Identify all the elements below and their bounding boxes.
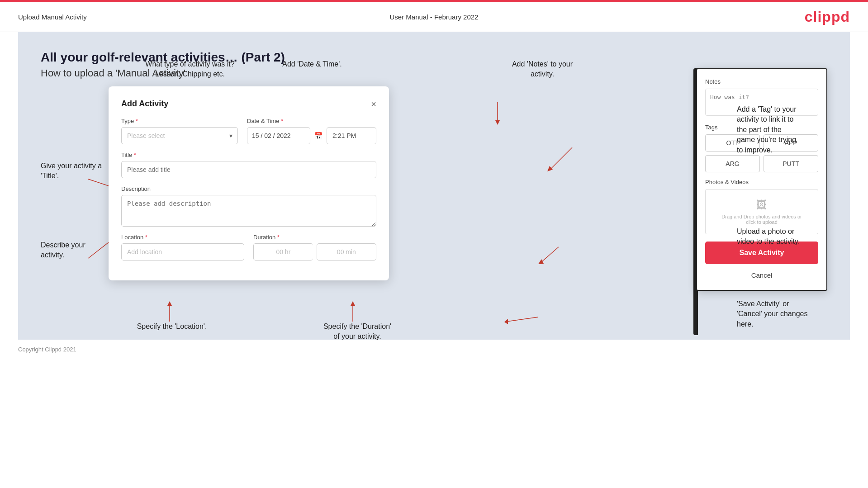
annotation-save-cancel: 'Save Activity' or 'Cancel' your changes… bbox=[737, 299, 836, 329]
annotation-tag: Add a 'Tag' to your activity to link it … bbox=[737, 104, 836, 155]
time-input[interactable] bbox=[327, 127, 376, 144]
panel-inner: Notes Tags OTT APP ARG PUTT Photos & Vid… bbox=[697, 69, 826, 290]
description-group: Description bbox=[121, 185, 376, 227]
svg-marker-9 bbox=[167, 301, 172, 306]
form-row-location-duration: Location * Duration * bbox=[121, 234, 376, 261]
annotation-duration: Specify the 'Duration' of your activity. bbox=[299, 322, 416, 342]
annotation-upload: Upload a photo or video to the activity. bbox=[737, 227, 836, 247]
description-label: Description bbox=[121, 185, 376, 192]
svg-marker-17 bbox=[538, 259, 544, 264]
header: Upload Manual Activity User Manual - Feb… bbox=[0, 2, 868, 32]
svg-line-16 bbox=[541, 247, 559, 263]
description-textarea[interactable] bbox=[121, 195, 376, 227]
title-group: Title * bbox=[121, 152, 376, 178]
main-content: All your golf-relevant activities… (Part… bbox=[18, 32, 850, 340]
type-select-wrapper: Please select ▾ bbox=[121, 127, 238, 144]
copyright: Copyright Clippd 2021 bbox=[18, 346, 76, 353]
svg-line-14 bbox=[550, 147, 572, 170]
location-label: Location * bbox=[121, 234, 244, 241]
notes-label: Notes bbox=[705, 78, 818, 85]
annotation-notes: Add 'Notes' to your activity. bbox=[497, 59, 588, 80]
tag-arg[interactable]: ARG bbox=[705, 155, 760, 172]
manual-title: User Manual - February 2022 bbox=[390, 13, 479, 21]
type-label: Type * bbox=[121, 118, 238, 124]
date-time-inputs: 📅 bbox=[247, 127, 376, 144]
add-activity-dialog: Add Activity × Type * Please select ▾ Da… bbox=[109, 86, 389, 280]
title-label: Title * bbox=[121, 152, 376, 158]
close-button[interactable]: × bbox=[371, 99, 376, 109]
duration-min-input[interactable] bbox=[317, 243, 376, 261]
upload-text: Drag and Drop photos and videos or click… bbox=[710, 214, 813, 225]
footer: Copyright Clippd 2021 bbox=[0, 340, 868, 359]
photos-label: Photos & Videos bbox=[705, 179, 818, 185]
location-group: Location * bbox=[121, 234, 244, 261]
datetime-label: Date & Time * bbox=[247, 118, 376, 124]
dialog-header: Add Activity × bbox=[121, 99, 376, 109]
logo: clippd bbox=[805, 9, 850, 25]
type-group: Type * Please select ▾ bbox=[121, 118, 238, 144]
date-input[interactable] bbox=[247, 127, 310, 144]
svg-line-18 bbox=[507, 317, 538, 322]
type-select[interactable]: Please select bbox=[121, 127, 238, 144]
duration-hr-input[interactable] bbox=[253, 243, 313, 261]
title-input[interactable] bbox=[121, 161, 376, 178]
annotation-describe: Describe your activity. bbox=[41, 240, 113, 261]
cancel-button[interactable]: Cancel bbox=[705, 270, 818, 281]
form-row-type-datetime: Type * Please select ▾ Date & Time * 📅 bbox=[121, 118, 376, 144]
svg-marker-13 bbox=[495, 120, 500, 125]
duration-group: Duration * bbox=[253, 234, 376, 261]
tag-putt[interactable]: PUTT bbox=[764, 155, 818, 172]
annotation-give-title: Give your activity a 'Title'. bbox=[41, 161, 113, 181]
duration-inputs bbox=[253, 243, 376, 261]
calendar-icon: 📅 bbox=[314, 132, 323, 140]
dialog-title: Add Activity bbox=[121, 99, 168, 109]
annotation-location: Specify the 'Location'. bbox=[127, 322, 217, 332]
right-panel: Notes Tags OTT APP ARG PUTT Photos & Vid… bbox=[696, 68, 827, 291]
svg-marker-11 bbox=[351, 301, 355, 306]
duration-label: Duration * bbox=[253, 234, 376, 241]
svg-marker-15 bbox=[547, 166, 553, 171]
datetime-group: Date & Time * 📅 bbox=[247, 118, 376, 144]
upload-icon: 🖼 bbox=[710, 199, 813, 211]
annotation-what-type: What type of activity was it? Lesson, Ch… bbox=[140, 59, 240, 80]
svg-marker-19 bbox=[504, 319, 508, 324]
annotation-date-time: Add 'Date & Time'. bbox=[271, 59, 353, 69]
page-title: Upload Manual Activity bbox=[18, 13, 87, 21]
location-input[interactable] bbox=[121, 243, 244, 261]
